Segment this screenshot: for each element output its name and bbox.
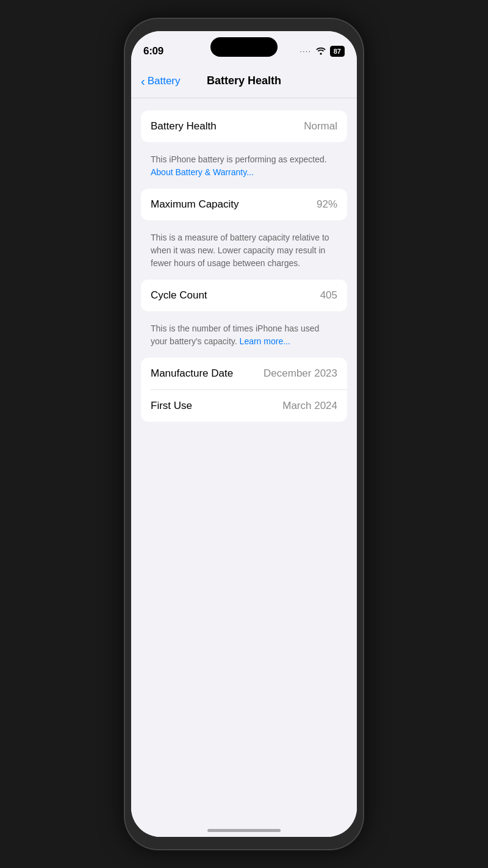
phone-screen: 6:09 ···· 87 ‹ Battery Battery H [131, 31, 357, 837]
max-capacity-value: 92% [317, 198, 337, 211]
back-chevron-icon: ‹ [141, 75, 145, 87]
learn-more-link[interactable]: Learn more... [240, 336, 290, 346]
wifi-icon [315, 46, 326, 57]
cycle-count-value: 405 [320, 289, 337, 302]
max-capacity-row: Maximum Capacity 92% [141, 189, 347, 220]
status-bar: 6:09 ···· 87 [131, 31, 357, 64]
battery-health-desc-text: This iPhone battery is performing as exp… [151, 154, 327, 164]
first-use-row: First Use March 2024 [141, 390, 347, 422]
dates-card: Manufacture Date December 2023 First Use… [141, 358, 347, 422]
manufacture-date-row: Manufacture Date December 2023 [141, 358, 347, 389]
cycle-count-row: Cycle Count 405 [141, 280, 347, 311]
cycle-count-desc-text: This is the number of times iPhone has u… [151, 324, 319, 346]
status-icons: ···· 87 [300, 46, 345, 57]
max-capacity-label: Maximum Capacity [151, 198, 239, 211]
cycle-count-label: Cycle Count [151, 289, 207, 302]
dynamic-island [210, 37, 278, 57]
battery-health-value: Normal [304, 120, 337, 132]
signal-dots-icon: ···· [300, 48, 312, 55]
bottom-spacer [141, 428, 347, 440]
manufacture-date-label: Manufacture Date [151, 367, 233, 380]
phone-frame: 6:09 ···· 87 ‹ Battery Battery H [125, 19, 363, 849]
cycle-count-description: This is the number of times iPhone has u… [141, 317, 347, 358]
content-area: Battery Health Normal This iPhone batter… [131, 98, 357, 816]
battery-health-description: This iPhone battery is performing as exp… [141, 148, 347, 189]
battery-percent: 87 [330, 46, 345, 57]
home-bar [207, 829, 281, 832]
battery-health-card: Battery Health Normal [141, 110, 347, 142]
max-capacity-description: This is a measure of battery capacity re… [141, 226, 347, 280]
back-label: Battery [148, 75, 181, 87]
manufacture-date-value: December 2023 [264, 367, 337, 380]
home-indicator [131, 816, 357, 837]
nav-bar: ‹ Battery Battery Health [131, 64, 357, 98]
max-capacity-card: Maximum Capacity 92% [141, 189, 347, 220]
first-use-value: March 2024 [282, 400, 337, 412]
battery-health-row: Battery Health Normal [141, 110, 347, 142]
back-button[interactable]: ‹ Battery [141, 75, 181, 87]
about-battery-warranty-link[interactable]: About Battery & Warranty... [151, 167, 254, 177]
battery-health-label: Battery Health [151, 120, 217, 132]
first-use-label: First Use [151, 400, 192, 412]
status-time: 6:09 [143, 45, 163, 57]
cycle-count-card: Cycle Count 405 [141, 280, 347, 311]
page-title: Battery Health [207, 74, 281, 87]
